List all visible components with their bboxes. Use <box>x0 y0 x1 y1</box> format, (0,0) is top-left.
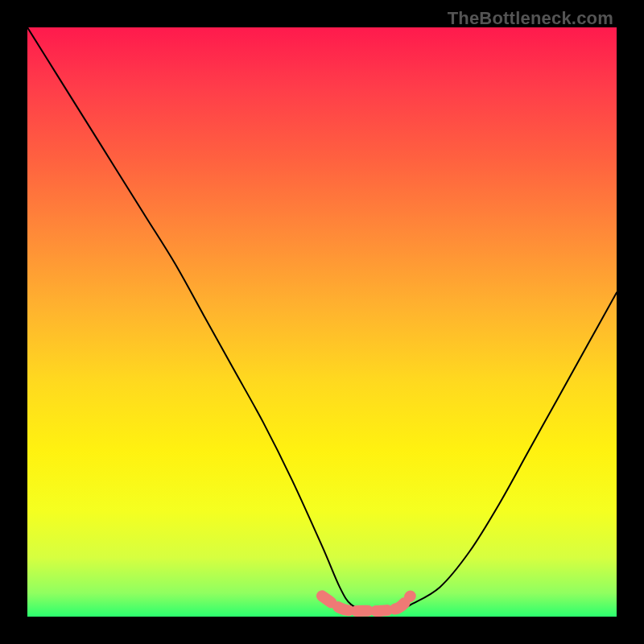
optimal-band-path <box>322 596 411 611</box>
chart-svg <box>27 27 617 617</box>
chart-plot-area <box>27 27 617 617</box>
watermark-label: TheBottleneck.com <box>448 8 613 29</box>
bottleneck-curve-path <box>27 27 617 611</box>
